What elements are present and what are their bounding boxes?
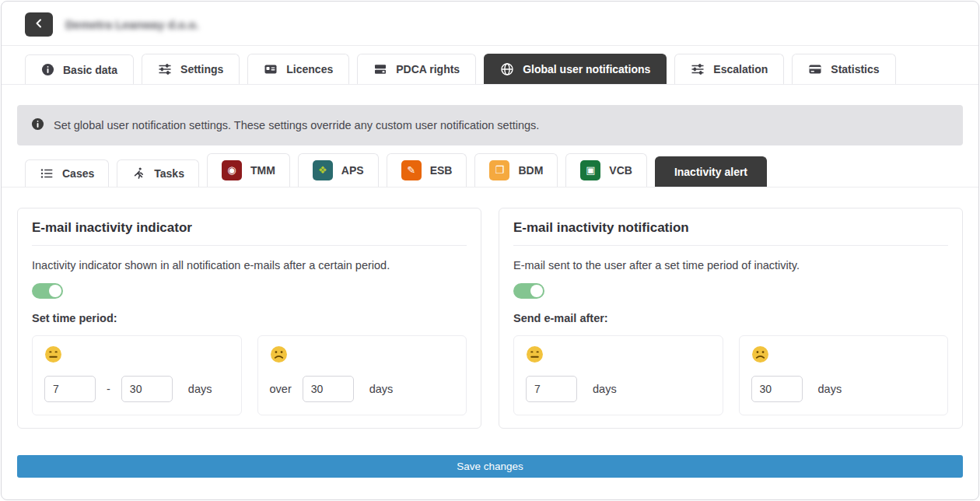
tab-label: TMM [250,164,275,177]
bdm-app-icon: ❐ [489,160,509,180]
info-icon [41,63,54,76]
panel-description: Inactivity indicator shown in all notifi… [32,259,467,272]
tab-label: Escalation [713,63,768,75]
frowning-face-icon [270,345,455,366]
neutral-face-icon [526,345,711,366]
neutral-period-box: days [513,335,723,415]
range-separator: - [107,383,110,395]
sliders-icon [691,62,705,76]
info-banner: Set global user notification settings. T… [17,105,963,145]
globe-icon [500,62,514,76]
info-icon [31,117,44,133]
module-tab-bar: CasesTasks◉TMM❖APS✎ESB❐BDM▣VCBInactivity… [2,145,978,187]
tab-label: Licences [286,63,333,75]
panel-title: E-mail inactivity indicator [32,220,467,246]
info-banner-text: Set global user notification settings. T… [54,119,539,131]
notification-second-days-input[interactable] [751,376,803,402]
panel-description: E-mail sent to the user after a set time… [513,259,948,272]
tab-tasks[interactable]: Tasks [117,159,199,187]
over-prefix-label: over [270,383,292,395]
neutral-face-icon [44,345,229,366]
id-card-icon [264,62,278,76]
bars-icon [373,62,387,76]
frown-period-box: days [739,335,949,415]
tab-licences[interactable]: Licences [247,54,349,84]
tab-bdm[interactable]: ❐BDM [474,153,558,187]
tab-basic-data[interactable]: Basic data [25,54,134,84]
tab-cases[interactable]: Cases [25,159,109,187]
tab-label: ESB [430,164,453,177]
email-inactivity-notification-panel: E-mail inactivity notification E-mail se… [499,208,963,429]
chevron-left-icon [33,18,44,31]
neutral-period-box: - days [32,335,242,415]
indicator-to-days-input[interactable] [121,376,173,402]
tab-pdca-rights[interactable]: PDCA rights [357,54,476,84]
tab-label: Global user notifications [523,63,650,75]
tab-tmm[interactable]: ◉TMM [207,153,290,187]
period-boxes: days days [513,335,948,415]
back-button[interactable] [25,12,53,37]
tab-label: Settings [180,63,223,75]
tab-label: PDCA rights [396,63,460,75]
topbar: Demetra Leanway d.o.o. [2,2,978,45]
company-name-redacted: Demetra Leanway d.o.o. [65,18,199,31]
email-inactivity-indicator-panel: E-mail inactivity indicator Inactivity i… [17,208,481,429]
inactivity-indicator-toggle[interactable] [32,283,63,299]
card-icon [808,62,822,76]
tab-esb[interactable]: ✎ESB [387,153,467,187]
tab-label: BDM [518,164,543,177]
vcb-app-icon: ▣ [580,160,600,180]
tab-label: APS [341,164,364,177]
sliders-icon [158,62,172,76]
tab-label: Statistics [831,63,879,75]
tab-escalation[interactable]: Escalation [674,54,784,84]
tab-settings[interactable]: Settings [142,54,240,84]
period-label: Set time period: [32,312,467,324]
runner-icon [131,166,145,180]
over-period-box: over days [257,335,467,415]
tab-statistics[interactable]: Statistics [792,54,895,84]
list-icon [40,166,54,180]
settings-panels: E-mail inactivity indicator Inactivity i… [17,208,963,429]
aps-app-icon: ❖ [313,160,333,180]
save-changes-button[interactable]: Save changes [17,455,963,478]
tab-global-user-notifications[interactable]: Global user notifications [484,54,667,84]
inactivity-notification-toggle[interactable] [513,283,544,299]
tab-aps[interactable]: ❖APS [298,153,379,187]
tab-label: Basic data [63,64,117,76]
tmm-app-icon: ◉ [222,160,242,180]
main-tab-bar: Basic dataSettingsLicencesPDCA rightsGlo… [2,46,978,85]
indicator-over-days-input[interactable] [303,376,354,402]
days-unit-label: days [818,383,842,395]
toggle-knob [530,285,543,297]
frowning-face-icon [751,345,936,366]
indicator-from-days-input[interactable] [44,376,96,402]
period-boxes: - days over days [32,335,467,415]
tab-inactivity-alert[interactable]: Inactivity alert [655,156,767,187]
days-unit-label: days [369,383,394,395]
panel-title: E-mail inactivity notification [513,220,948,246]
days-unit-label: days [593,383,617,395]
days-unit-label: days [188,383,212,395]
toggle-knob [49,285,61,297]
esb-app-icon: ✎ [401,160,422,180]
tab-label: Inactivity alert [674,166,747,178]
tab-label: Cases [62,167,94,180]
organisation-settings-page: Demetra Leanway d.o.o. Basic dataSetting… [1,1,979,500]
tab-label: Tasks [154,167,184,180]
notification-first-days-input[interactable] [526,376,577,402]
tab-label: VCB [609,164,632,177]
tab-vcb[interactable]: ▣VCB [565,153,647,187]
period-label: Send e-mail after: [513,312,948,324]
